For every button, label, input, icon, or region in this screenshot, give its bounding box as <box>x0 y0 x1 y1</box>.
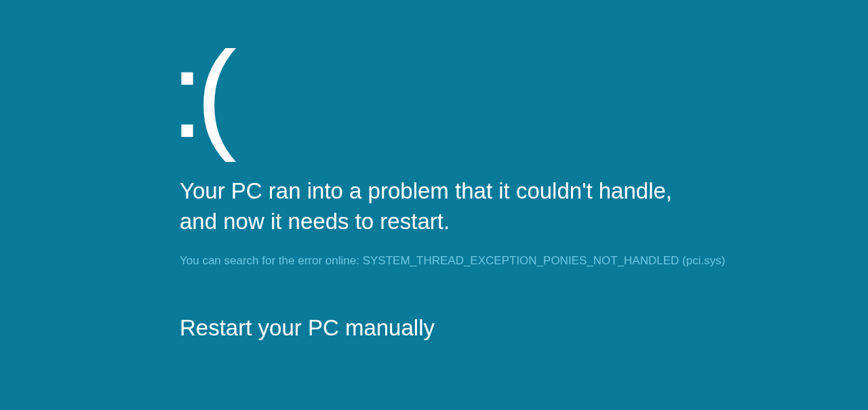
error-message: Your PC ran into a problem that it could… <box>180 176 695 237</box>
error-code: SYSTEM_THREAD_EXCEPTION_PONIES_NOT_HANDL… <box>363 254 726 267</box>
error-code-line: You can search for the error online: SYS… <box>180 254 824 268</box>
sad-face-emoticon: :( <box>170 34 824 156</box>
error-search-prefix: You can search for the error online: <box>180 254 363 267</box>
restart-instruction: Restart your PC manually <box>180 315 824 341</box>
bsod-container: :( Your PC ran into a problem that it co… <box>180 34 824 341</box>
